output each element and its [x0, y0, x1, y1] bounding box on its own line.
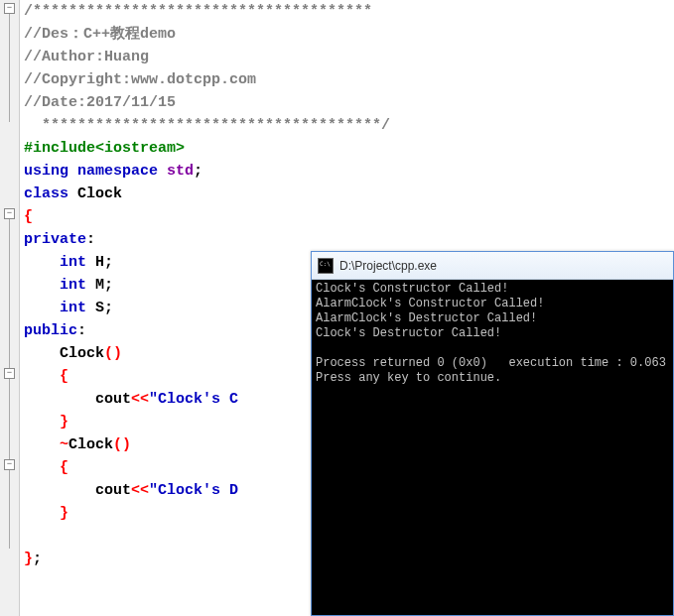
console-titlebar[interactable]: D:\Project\cpp.exe — [312, 252, 673, 280]
fold-toggle[interactable]: − — [4, 208, 15, 219]
code-token: { — [24, 208, 33, 225]
code-line[interactable]: using namespace std; — [24, 160, 390, 183]
code-line[interactable]: //Des：C++教程demo — [24, 23, 390, 46]
console-title: D:\Project\cpp.exe — [339, 259, 437, 273]
code-token: ; — [194, 163, 202, 180]
code-token: //Des：C++教程demo — [24, 26, 176, 43]
fold-toggle[interactable]: − — [4, 3, 15, 14]
code-token — [24, 436, 60, 453]
code-token: //Date:2017/11/15 — [24, 94, 176, 111]
code-token: private — [24, 231, 86, 248]
code-token: } — [24, 551, 33, 567]
code-token — [24, 459, 60, 476]
code-token: "Clock's C — [149, 391, 238, 408]
code-token: M — [95, 277, 104, 294]
code-token: Clock — [24, 345, 104, 362]
code-line[interactable]: //Copyright:www.dotcpp.com — [24, 68, 390, 91]
code-token: << — [131, 482, 149, 499]
code-token: << — [131, 391, 149, 408]
code-token: using — [24, 163, 77, 180]
code-token — [24, 277, 60, 294]
code-line[interactable]: class Clock — [24, 183, 390, 205]
code-token — [24, 300, 60, 316]
code-line[interactable]: //Author:Huang — [24, 46, 390, 68]
code-token: H — [95, 254, 104, 271]
code-line[interactable]: private: — [24, 228, 390, 251]
code-token: int — [60, 277, 95, 294]
code-token: int — [60, 300, 95, 316]
fold-toggle[interactable]: − — [4, 368, 15, 379]
fold-gutter: − − − − — [0, 0, 20, 616]
code-token — [24, 505, 60, 522]
code-token: Clock — [77, 185, 122, 202]
code-token: } — [60, 505, 68, 522]
code-token: //Copyright:www.dotcpp.com — [24, 71, 256, 88]
code-token: public — [24, 322, 77, 339]
code-token: //Author:Huang — [24, 49, 149, 65]
code-token: S — [95, 300, 104, 316]
code-token — [24, 368, 60, 385]
code-token: class — [24, 185, 77, 202]
code-token: { — [60, 459, 68, 476]
console-output: Clock's Constructor Called! AlarmClock's… — [312, 280, 673, 615]
code-line[interactable]: { — [24, 205, 390, 228]
code-token: std — [167, 163, 194, 180]
code-line[interactable]: //Date:2017/11/15 — [24, 91, 390, 114]
code-token: #include<iostream> — [24, 140, 185, 157]
code-token: **************************************/ — [24, 117, 390, 134]
code-token: ; — [104, 254, 113, 271]
code-token: { — [60, 368, 68, 385]
code-token: ; — [33, 551, 42, 567]
code-token: ~ — [60, 436, 68, 453]
code-token — [24, 414, 60, 431]
code-line[interactable]: #include<iostream> — [24, 137, 390, 160]
code-token: : — [77, 322, 86, 339]
code-token: Clock — [68, 436, 113, 453]
code-token: "Clock's D — [149, 482, 238, 499]
code-token: int — [60, 254, 95, 271]
code-token — [24, 254, 60, 271]
code-token: : — [86, 231, 95, 248]
code-token: () — [104, 345, 122, 362]
code-token: namespace — [77, 163, 167, 180]
code-token: cout — [24, 482, 131, 499]
code-token: ; — [104, 277, 113, 294]
code-token: /************************************** — [24, 3, 372, 20]
console-window[interactable]: D:\Project\cpp.exe Clock's Constructor C… — [311, 251, 674, 616]
fold-toggle[interactable]: − — [4, 459, 15, 470]
code-token: ; — [104, 300, 113, 316]
code-token: () — [113, 436, 131, 453]
code-line[interactable]: /************************************** — [24, 0, 390, 23]
code-token: } — [60, 414, 68, 431]
console-icon — [318, 258, 334, 274]
code-line[interactable]: **************************************/ — [24, 114, 390, 137]
code-token: cout — [24, 391, 131, 408]
